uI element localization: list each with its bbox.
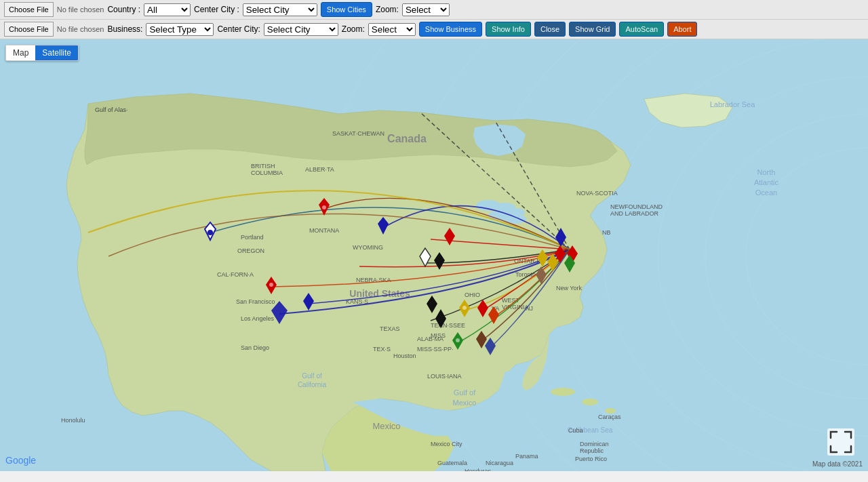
svg-text:BRITISH: BRITISH (251, 163, 275, 169)
svg-text:COLUMBIA: COLUMBIA (251, 169, 283, 176)
zoom-select-2[interactable]: Select (368, 23, 416, 36)
svg-text:NB: NB (602, 229, 611, 236)
svg-text:United States: United States (349, 288, 410, 299)
map-satellite-toggle: Map Satellite (5, 45, 79, 61)
svg-text:SASKAT·CHEWAN: SASKAT·CHEWAN (332, 130, 384, 137)
svg-text:Panama: Panama (515, 453, 538, 460)
svg-text:Los Angeles: Los Angeles (241, 315, 275, 322)
svg-text:Gulf of: Gulf of (454, 388, 476, 397)
svg-text:Gulf of Alas·: Gulf of Alas· (95, 106, 128, 113)
svg-text:San Diego: San Diego (241, 344, 269, 351)
svg-text:Honduras: Honduras (465, 468, 492, 471)
satellite-view-btn[interactable]: Satellite (35, 45, 78, 60)
svg-text:Gulf of: Gulf of (302, 372, 322, 380)
svg-text:ONTAR·IO: ONTAR·IO (514, 258, 543, 264)
close-btn[interactable]: Close (534, 22, 566, 37)
toolbar-row-1: Choose File No file chosen Country : All… (0, 0, 868, 20)
svg-text:Guatemala: Guatemala (437, 460, 467, 466)
zoom-label-1: Zoom: (376, 5, 399, 14)
svg-text:MISS·SS·PP·: MISS·SS·PP· (417, 346, 454, 353)
svg-text:New York: New York (556, 285, 583, 292)
svg-text:TENN·SSEE: TENN·SSEE (431, 322, 465, 329)
svg-text:Dominican: Dominican (580, 441, 609, 447)
svg-text:Portland: Portland (241, 234, 264, 241)
svg-text:VA: VA (492, 305, 499, 312)
svg-text:NJ: NJ (526, 305, 533, 312)
toolbar-row-2: Choose File No file chosen Business: Sel… (0, 20, 868, 39)
google-text: Google (5, 455, 36, 466)
svg-text:Honolulu: Honolulu (61, 417, 85, 424)
svg-text:Mexico: Mexico (453, 399, 477, 407)
country-select[interactable]: All USA Canada Mexico (144, 3, 191, 16)
file-chosen-2: No file chosen (57, 25, 104, 33)
file-chosen-1: No file chosen (57, 5, 104, 14)
svg-text:TEX·S: TEX·S (373, 346, 391, 353)
svg-text:Labrador Sea: Labrador Sea (710, 100, 756, 108)
svg-text:Puerto Rico: Puerto Rico (575, 456, 607, 462)
business-label: Business: (107, 24, 142, 34)
center-city-select-1[interactable]: Select City (243, 3, 317, 16)
zoom-label-2: Zoom: (342, 24, 365, 34)
choose-file-btn-1[interactable]: Choose File (4, 2, 54, 17)
svg-text:WYOMING: WYOMING (353, 244, 383, 251)
center-city-select-2[interactable]: Select City (264, 23, 338, 36)
svg-text:CAL·FORN·A: CAL·FORN·A (217, 271, 254, 278)
svg-point-16 (605, 408, 616, 414)
abort-btn[interactable]: Abort (667, 22, 697, 37)
svg-point-15 (582, 399, 598, 405)
svg-text:MISS: MISS (431, 332, 446, 339)
svg-text:OREGON: OREGON (237, 247, 264, 254)
svg-text:Canada: Canada (387, 133, 427, 144)
svg-text:North: North (757, 168, 776, 176)
svg-text:KANS·S: KANS·S (346, 298, 368, 305)
svg-text:WEST: WEST (502, 297, 520, 304)
zoom-select-1[interactable]: Select 3456 (402, 3, 450, 16)
map-container[interactable]: Canada United States Mexico Gulf of Mexi… (0, 39, 868, 471)
svg-text:Nicaragua: Nicaragua (486, 460, 513, 466)
svg-text:San Francisco: San Francisco (236, 298, 275, 305)
svg-text:Mexico City: Mexico City (431, 441, 462, 447)
svg-text:LOUIS·IANA: LOUIS·IANA (427, 373, 462, 380)
show-business-btn[interactable]: Show Business (419, 22, 482, 37)
svg-point-13 (505, 214, 526, 224)
show-grid-btn[interactable]: Show Grid (569, 22, 616, 37)
svg-text:Mexico: Mexico (372, 421, 400, 431)
svg-text:Houston: Houston (393, 353, 416, 359)
svg-text:VIRGINIA: VIRGINIA (502, 304, 529, 310)
center-city-label-1: Center City : (194, 5, 239, 14)
show-cities-btn[interactable]: Show Cities (321, 2, 372, 17)
svg-text:Toronto: Toronto (515, 271, 536, 278)
map-view-btn[interactable]: Map (6, 45, 35, 60)
map-data-attribution: Map data ©2021 (812, 460, 863, 468)
svg-text:Ocean: Ocean (755, 188, 777, 197)
country-label: Country : (107, 5, 140, 14)
svg-point-14 (551, 388, 575, 396)
svg-text:TEXAS: TEXAS (380, 325, 400, 332)
show-info-btn[interactable]: Show Info (486, 22, 531, 37)
svg-text:NEWFOUNDLAND: NEWFOUNDLAND (610, 203, 663, 210)
svg-text:Cuba: Cuba (568, 427, 583, 434)
fullscreen-icon[interactable] (827, 428, 854, 458)
choose-file-btn-2[interactable]: Choose File (4, 22, 54, 37)
center-city-label-2: Center City: (217, 24, 260, 34)
svg-text:ALBER·TA: ALBER·TA (305, 166, 334, 173)
svg-text:Republic: Republic (580, 447, 604, 454)
svg-text:NOVA·SCOTIA: NOVA·SCOTIA (576, 190, 618, 197)
svg-text:Caraças: Caraças (598, 414, 621, 420)
svg-text:California: California (298, 381, 327, 388)
svg-text:NEBRA·SKA: NEBRA·SKA (356, 277, 391, 283)
autoscan-btn[interactable]: AutoScan (619, 22, 664, 37)
svg-text:MONTANA: MONTANA (309, 227, 339, 234)
business-select[interactable]: Select Type (146, 23, 214, 36)
svg-text:AND LABRADOR: AND LABRADOR (610, 210, 659, 217)
google-logo: Google (5, 455, 36, 466)
svg-text:Atlantic: Atlantic (754, 178, 779, 186)
svg-text:OHIO: OHIO (465, 292, 480, 298)
